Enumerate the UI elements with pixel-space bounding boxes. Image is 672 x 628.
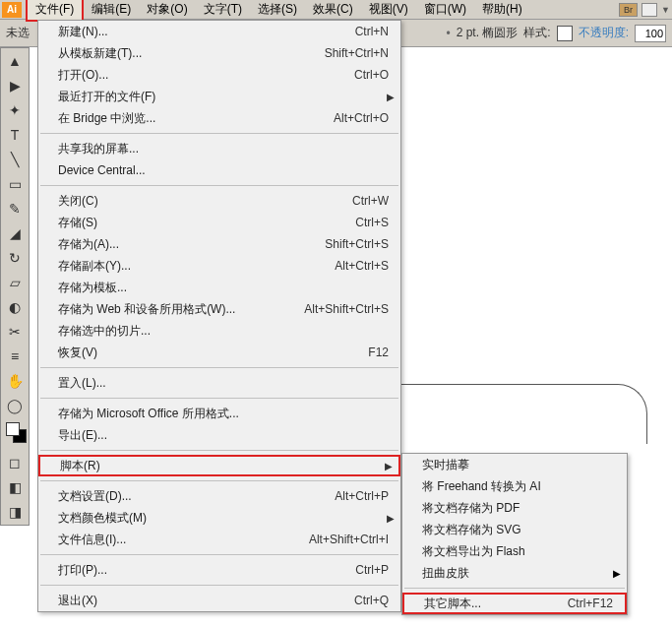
file-menu-item[interactable]: 关闭(C)Ctrl+W	[38, 190, 400, 212]
stroke-preset[interactable]: 2 pt. 椭圆形	[457, 25, 519, 41]
menu-item-label: 将文档导出为 Flash	[422, 543, 615, 560]
tool-2[interactable]: ✦	[2, 98, 28, 122]
menu-对象[interactable]: 对象(O)	[139, 0, 195, 20]
screen-mode-1[interactable]: ◧	[2, 475, 28, 499]
file-menu-item[interactable]: 文档颜色模式(M)▶	[38, 507, 400, 529]
scripts-menu-item[interactable]: 将文档导出为 Flash	[402, 540, 627, 562]
menu-shortcut: Alt+Ctrl+S	[335, 259, 389, 273]
tool-5[interactable]: ▭	[2, 172, 28, 196]
menu-shortcut: Ctrl+P	[355, 563, 389, 577]
color-picker-tool[interactable]	[2, 418, 28, 450]
menu-item-label: 导出(E)...	[58, 427, 389, 444]
menu-item-label: 打印(P)...	[58, 562, 355, 579]
tool-9[interactable]: ▱	[2, 271, 28, 294]
file-menu-item[interactable]: 存储(S)Ctrl+S	[38, 212, 400, 233]
file-menu-item[interactable]: 存储为模板...	[38, 277, 400, 298]
foreground-swatch[interactable]	[6, 422, 20, 436]
menu-item-label: 脚本(R)	[60, 458, 387, 474]
menu-视图[interactable]: 视图(V)	[361, 0, 416, 20]
menu-separator	[40, 554, 398, 555]
file-menu-item[interactable]: 恢复(V)F12	[38, 342, 400, 363]
file-menu-item[interactable]: 导出(E)...	[38, 424, 400, 446]
menu-separator	[40, 133, 398, 134]
file-menu-item[interactable]: 打印(P)...Ctrl+P	[38, 559, 400, 581]
menu-文件[interactable]: 文件(F)	[26, 0, 84, 22]
tool-0[interactable]: ▲	[2, 49, 28, 73]
file-menu-item[interactable]: 存储为 Web 和设备所用格式(W)...Alt+Shift+Ctrl+S	[38, 298, 400, 320]
tool-7[interactable]: ◢	[2, 221, 28, 245]
menu-item-label: 存储(S)	[58, 215, 355, 231]
menu-item-label: 共享我的屏幕...	[58, 141, 389, 157]
screen-mode-0[interactable]: ◻	[2, 451, 28, 474]
scripts-menu-item[interactable]: 其它脚本...Ctrl+F12	[402, 593, 627, 614]
file-menu-item[interactable]: 从模板新建(T)...Shift+Ctrl+N	[38, 42, 400, 64]
tool-8[interactable]: ↻	[2, 246, 28, 270]
scripts-menu-item[interactable]: 实时描摹	[402, 454, 627, 475]
submenu-arrow-icon: ▶	[387, 513, 395, 524]
tool-10[interactable]: ◐	[2, 295, 28, 319]
menu-shortcut: Ctrl+F12	[568, 597, 613, 610]
menu-item-label: 最近打开的文件(F)	[58, 89, 389, 105]
tool-14[interactable]: ◯	[2, 394, 28, 417]
arrange-dropdown-arrow[interactable]: ▼	[661, 5, 670, 15]
menu-separator	[40, 367, 398, 368]
menu-shortcut: Alt+Ctrl+P	[335, 489, 389, 503]
tool-12[interactable]: ≡	[2, 345, 28, 368]
file-menu-item[interactable]: 在 Bridge 中浏览...Alt+Ctrl+O	[38, 107, 400, 129]
scripts-menu-item[interactable]: 将 Freehand 转换为 AI	[402, 475, 627, 497]
file-menu-item[interactable]: Device Central...	[38, 159, 400, 181]
file-menu-item[interactable]: 存储为(A)...Shift+Ctrl+S	[38, 233, 400, 255]
tool-1[interactable]: ▶	[2, 74, 28, 97]
menu-窗口[interactable]: 窗口(W)	[416, 0, 474, 20]
menu-shortcut: Shift+Ctrl+S	[325, 237, 389, 251]
menu-item-label: 存储为 Microsoft Office 所用格式...	[58, 406, 389, 422]
tool-6[interactable]: ✎	[2, 197, 28, 220]
menu-item-label: 将文档存储为 SVG	[422, 522, 615, 538]
screen-mode-2[interactable]: ◨	[2, 500, 28, 524]
toolbox: ▲▶✦T╲▭✎◢↻▱◐✂≡✋◯◻◧◨	[0, 47, 30, 526]
file-menu-item[interactable]: 文档设置(D)...Alt+Ctrl+P	[38, 485, 400, 507]
tool-11[interactable]: ✂	[2, 320, 28, 344]
file-menu-item[interactable]: 脚本(R)▶	[38, 455, 400, 476]
file-menu-item[interactable]: 置入(L)...	[38, 372, 400, 394]
file-menu-item[interactable]: 共享我的屏幕...	[38, 138, 400, 159]
file-menu-item[interactable]: 存储选中的切片...	[38, 320, 400, 342]
scripts-menu-item[interactable]: 将文档存储为 SVG	[402, 519, 627, 540]
file-menu-item[interactable]: 存储副本(Y)...Alt+Ctrl+S	[38, 255, 400, 277]
file-menu-item[interactable]: 新建(N)...Ctrl+N	[38, 21, 400, 42]
bridge-badge[interactable]: Br	[619, 3, 638, 17]
menu-shortcut: Alt+Shift+Ctrl+S	[304, 302, 389, 316]
menu-文字[interactable]: 文字(T)	[196, 0, 250, 20]
menu-item-label: Device Central...	[58, 163, 389, 177]
menu-效果[interactable]: 效果(C)	[305, 0, 361, 20]
scripts-menu-item[interactable]: 将文档存储为 PDF	[402, 497, 627, 519]
menu-帮助[interactable]: 帮助(H)	[474, 0, 530, 20]
tool-3[interactable]: T	[2, 123, 28, 147]
file-menu-item[interactable]: 文件信息(I)...Alt+Shift+Ctrl+I	[38, 529, 400, 550]
menu-shortcut: Shift+Ctrl+N	[325, 46, 389, 60]
menu-item-label: 新建(N)...	[58, 24, 355, 40]
opacity-input[interactable]	[635, 25, 666, 42]
file-menu-item[interactable]: 最近打开的文件(F)▶	[38, 86, 400, 107]
file-menu-item[interactable]: 打开(O)...Ctrl+O	[38, 64, 400, 86]
tool-4[interactable]: ╲	[2, 148, 28, 171]
menu-shortcut: Ctrl+S	[355, 216, 389, 229]
opacity-label[interactable]: 不透明度:	[579, 25, 629, 41]
menu-shortcut: Ctrl+N	[355, 25, 389, 38]
menu-选择[interactable]: 选择(S)	[250, 0, 305, 20]
menu-item-label: 存储选中的切片...	[58, 323, 389, 340]
menu-item-label: 实时描摹	[422, 457, 615, 473]
scripts-menu-item[interactable]: 扭曲皮肤▶	[402, 562, 627, 584]
file-menu-item[interactable]: 存储为 Microsoft Office 所用格式...	[38, 403, 400, 424]
file-menu-item[interactable]: 退出(X)Ctrl+Q	[38, 590, 400, 611]
menu-item-label: 关闭(C)	[58, 193, 352, 210]
menu-item-label: 扭曲皮肤	[422, 565, 615, 582]
menu-separator	[40, 398, 398, 399]
menu-item-label: 从模板新建(T)...	[58, 45, 325, 62]
style-label: 样式:	[523, 25, 550, 41]
selection-label: 未选	[6, 25, 30, 41]
style-swatch[interactable]	[557, 26, 573, 41]
menu-编辑[interactable]: 编辑(E)	[84, 0, 139, 20]
tool-13[interactable]: ✋	[2, 369, 28, 393]
arrange-icon[interactable]	[641, 3, 657, 17]
